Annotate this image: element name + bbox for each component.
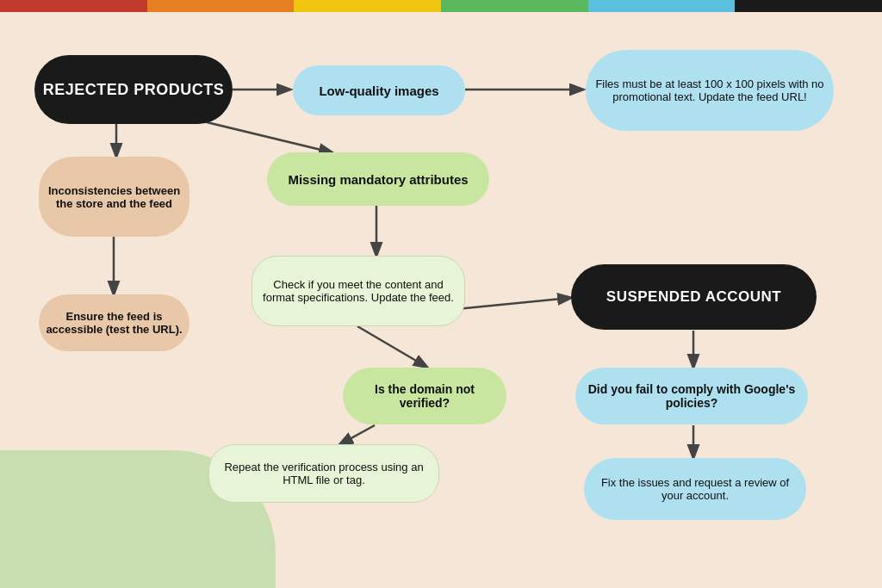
arrow-rejected-to-missing: [207, 122, 332, 152]
did-you-fail-node: Did you fail to comply with Google's pol…: [575, 368, 808, 424]
arrow-check-to-domain: [357, 326, 426, 367]
low-quality-images-node: Low-quality images: [293, 65, 465, 115]
bar-seg-3: [294, 0, 441, 12]
flowchart-diagram: REJECTED PRODUCTS Low-quality images Fil…: [0, 12, 882, 588]
bar-seg-6: [735, 0, 882, 12]
bar-seg-4: [441, 0, 588, 12]
bar-seg-1: [0, 0, 147, 12]
arrow-domain-to-repeat: [340, 425, 375, 444]
is-domain-node: Is the domain not verified?: [343, 368, 506, 424]
suspended-account-node: SUSPENDED ACCOUNT: [571, 264, 817, 330]
repeat-verification-node: Repeat the verification process using an…: [208, 444, 439, 503]
missing-mandatory-node: Missing mandatory attributes: [267, 152, 489, 206]
bar-seg-5: [588, 0, 736, 12]
files-must-node: Files must be at least 100 x 100 pixels …: [586, 50, 834, 131]
bar-seg-2: [147, 0, 295, 12]
top-color-bar: [0, 0, 882, 12]
fix-issues-node: Fix the issues and request a review of y…: [584, 458, 806, 520]
rejected-products-node: REJECTED PRODUCTS: [34, 55, 233, 124]
inconsistencies-node: Inconsistencies between the store and th…: [39, 157, 189, 237]
ensure-feed-node: Ensure the feed is accessible (test the …: [39, 294, 189, 351]
arrow-check-to-suspended: [457, 298, 570, 309]
check-content-node: Check if you meet the content and format…: [252, 256, 465, 326]
